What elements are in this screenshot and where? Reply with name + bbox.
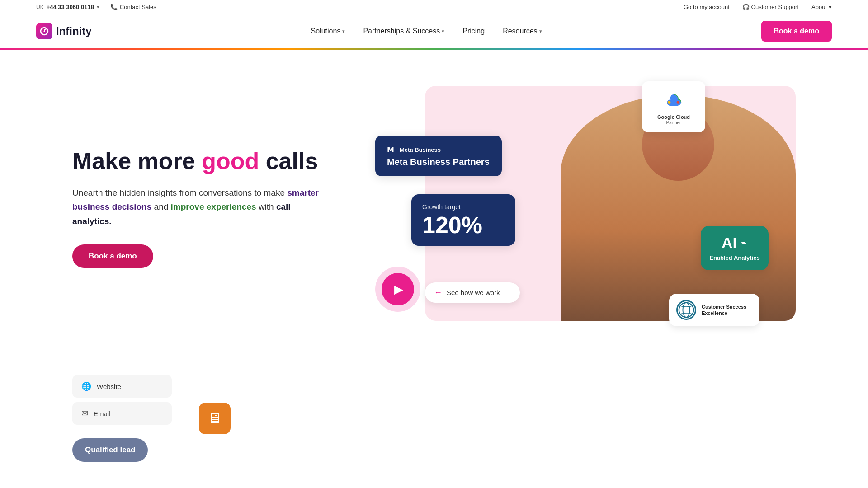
play-circle-inner: ▶ (382, 273, 414, 305)
meta-business-card: 𝗠 Meta Business Meta Business Partners (375, 136, 502, 176)
contact-icon: 📞 (110, 4, 118, 10)
hero-title-good: good (202, 148, 259, 174)
main-nav: Infinity Solutions ▾ Partnerships & Succ… (0, 14, 868, 48)
hero-desc-start: Unearth the hidden insights from convers… (72, 188, 287, 197)
svg-point-0 (44, 31, 45, 32)
nav-partnerships[interactable]: Partnerships & Success ▾ (356, 23, 452, 39)
phone-section[interactable]: UK +44 33 3060 0118 ▾ (36, 4, 99, 10)
website-label: Website (97, 383, 121, 390)
google-cloud-text: Google Cloud (649, 114, 698, 120)
website-icon: 🌐 (81, 381, 91, 391)
hero-book-demo-button[interactable]: Book a demo (72, 244, 153, 268)
bottom-left: 🌐 Website ✉ Email Qualified lead (72, 375, 172, 462)
about-link[interactable]: About ▾ (811, 4, 832, 10)
cse-text: Customer Success Excellence (702, 304, 752, 317)
growth-number: 120% (422, 213, 505, 237)
google-cloud-card: Google Cloud Partner (642, 81, 705, 132)
growth-label: Growth target (422, 203, 505, 211)
arrow-left-icon: ← (434, 288, 442, 297)
see-how-card[interactable]: ← See how we work (425, 282, 520, 303)
hero-title-end: calls (259, 148, 318, 174)
email-label: Email (94, 410, 111, 418)
hero-description: Unearth the hidden insights from convers… (72, 186, 326, 228)
phone-number: +44 33 3060 0118 (47, 4, 94, 10)
nav-links: Solutions ▾ Partnerships & Success ▾ Pri… (304, 23, 549, 39)
ai-label: AI (722, 234, 737, 252)
qualified-lead-card: Qualified lead (72, 438, 148, 462)
hero-section: Make more good calls Unearth the hidden … (36, 50, 832, 357)
top-bar: UK +44 33 3060 0118 ▾ 📞 Contact Sales Go… (0, 0, 868, 14)
website-channel-card: 🌐 Website (72, 375, 172, 398)
top-bar-right: Go to my account 🎧 Customer Support Abou… (684, 4, 832, 10)
svg-text:𝗠: 𝗠 (387, 146, 394, 154)
ai-waves-icon (740, 239, 748, 247)
cse-card: Customer Success Excellence (669, 294, 760, 326)
play-button-card[interactable]: ▶ (375, 267, 420, 312)
hero-desc-end: with (256, 202, 276, 211)
ai-enabled-label: Enabled Analytics (708, 254, 761, 262)
see-how-text: See how we work (447, 289, 500, 296)
headset-icon: 🎧 (742, 4, 751, 10)
solutions-chevron: ▾ (342, 28, 345, 34)
google-partner-text: Partner (649, 120, 698, 125)
screen-icon: 🖥 (208, 410, 222, 427)
contact-sales-label: Contact Sales (120, 4, 156, 10)
screen-icon-card: 🖥 (199, 403, 231, 434)
play-circle-outer: ▶ (375, 267, 420, 312)
nav-solutions[interactable]: Solutions ▾ (304, 23, 353, 39)
hero-desc-improve: improve experiences (171, 202, 256, 211)
ai-card-header: AI (708, 234, 761, 252)
nav-pricing[interactable]: Pricing (455, 23, 492, 39)
book-demo-nav-button[interactable]: Book a demo (761, 21, 832, 42)
about-chevron: ▾ (829, 4, 832, 10)
partnerships-chevron: ▾ (442, 28, 444, 34)
hero-right: Google Cloud Partner 𝗠 Meta Business Met… (353, 77, 796, 339)
nav-resources[interactable]: Resources ▾ (495, 23, 549, 39)
logo[interactable]: Infinity (36, 23, 92, 39)
growth-target-card: Growth target 120% (411, 194, 515, 246)
svg-point-2 (677, 101, 680, 104)
hero-title: Make more good calls (72, 148, 326, 175)
customer-support-link[interactable]: 🎧 Customer Support (742, 4, 799, 10)
svg-point-1 (668, 101, 671, 104)
hero-left: Make more good calls Unearth the hidden … (72, 148, 326, 268)
meta-title: Meta Business Partners (387, 156, 490, 167)
contact-sales-link[interactable]: 📞 Contact Sales (110, 4, 156, 10)
hero-title-start: Make more (72, 148, 202, 174)
bottom-section: 🌐 Website ✉ Email Qualified lead 🖥 (36, 357, 832, 462)
resources-chevron: ▾ (539, 28, 542, 34)
go-to-account-link[interactable]: Go to my account (684, 4, 730, 10)
bottom-right: 🖥 (199, 375, 231, 462)
meta-logo-text: Meta Business (400, 146, 441, 153)
logo-icon (36, 23, 52, 39)
ai-analytics-card: AI Enabled Analytics (701, 226, 769, 270)
phone-dropdown-chevron[interactable]: ▾ (97, 4, 99, 10)
google-cloud-icon (663, 89, 684, 110)
cse-globe-icon (676, 300, 696, 320)
meta-logo: 𝗠 Meta Business (387, 145, 490, 155)
qualified-lead-label: Qualified lead (85, 446, 135, 454)
play-icon: ▶ (394, 282, 403, 296)
email-channel-card: ✉ Email (72, 402, 172, 425)
email-icon: ✉ (81, 408, 88, 418)
top-bar-left: UK +44 33 3060 0118 ▾ 📞 Contact Sales (36, 4, 156, 10)
hero-desc-mid: and (151, 202, 170, 211)
region-label: UK (36, 4, 44, 10)
about-label: About (811, 4, 827, 10)
logo-text: Infinity (56, 25, 92, 38)
